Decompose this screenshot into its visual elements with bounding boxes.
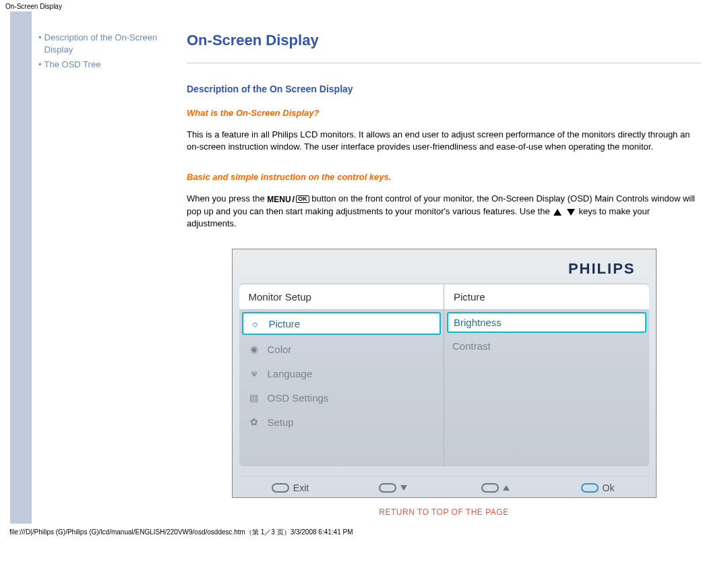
- osd-menu-label: OSD Settings: [268, 392, 329, 404]
- arrow-down-icon: [567, 209, 575, 216]
- brightness-icon: ☼: [249, 317, 262, 330]
- paragraph-2: When you press the MENU / OK button on t…: [187, 193, 701, 230]
- osd-right-column: Picture BrightnessContrast: [444, 284, 649, 466]
- oval-icon: [272, 483, 289, 493]
- osd-exit-label: Exit: [293, 482, 309, 493]
- osd-exit-button[interactable]: Exit: [239, 482, 342, 493]
- footer-file-path: file:///D|/Philips (G)/Philips (G)/lcd/m…: [0, 524, 728, 541]
- divider: [187, 63, 701, 63]
- arrow-up-icon: [553, 209, 562, 216]
- language-icon: ᴪ: [247, 367, 261, 380]
- osd-submenu-item[interactable]: Contrast: [444, 335, 649, 357]
- osd-menu-item[interactable]: ☼Picture: [242, 312, 442, 335]
- osd-ok-label: Ok: [603, 482, 615, 493]
- osd-footer: Exit Ok: [239, 476, 649, 493]
- osd-menu-item[interactable]: ✿Setup: [239, 410, 444, 434]
- osd-screenshot: PHILIPS Monitor Setup ☼Picture◉ColorᴪLan…: [232, 249, 657, 498]
- philips-logo: PHILIPS: [239, 256, 649, 283]
- sub-heading-2: Basic and simple instruction on the cont…: [187, 172, 701, 182]
- osd-submenu-item[interactable]: Brightness: [447, 312, 646, 333]
- osd-submenu-label: Brightness: [454, 317, 502, 328]
- osd-right-header: Picture: [444, 284, 649, 310]
- osd-left-header: Monitor Setup: [239, 284, 444, 310]
- triangle-down-icon: [400, 485, 407, 491]
- sidebar: • Description of the On-Screen Display •…: [32, 11, 187, 524]
- sub-heading-1: What is the On-Screen Display?: [187, 108, 701, 118]
- osd-submenu-label: Contrast: [452, 340, 491, 352]
- osd-left-column: Monitor Setup ☼Picture◉ColorᴪLanguage▤OS…: [239, 284, 445, 466]
- osd-menu-label: Color: [268, 344, 292, 355]
- color-icon: ◉: [247, 342, 261, 356]
- sidebar-link[interactable]: Description of the On-Screen Display: [44, 32, 180, 56]
- return-link[interactable]: RETURN TO TOP OF THE PAGE: [379, 507, 508, 517]
- osd-menu-label: Language: [268, 368, 313, 379]
- menu-ok-glyph: MENU / OK: [267, 193, 309, 206]
- oval-icon: [379, 483, 396, 493]
- paragraph-1: This is a feature in all Philips LCD mon…: [187, 129, 701, 153]
- osd-up-button[interactable]: [444, 483, 547, 493]
- osd-settings-icon: ▤: [247, 391, 261, 404]
- osd-menu-label: Picture: [269, 318, 301, 330]
- oval-icon: [481, 483, 499, 493]
- osd-ok-button[interactable]: Ok: [547, 482, 649, 493]
- osd-menu-item[interactable]: ▤OSD Settings: [239, 385, 444, 410]
- oval-icon: [581, 483, 599, 493]
- sidebar-link[interactable]: The OSD Tree: [44, 59, 101, 71]
- page-top-label: On-Screen Display: [0, 0, 728, 11]
- triangle-up-icon: [503, 485, 510, 491]
- left-accent-stripe: [10, 11, 32, 524]
- p2-part-a: When you press the: [187, 193, 267, 204]
- setup-icon: ✿: [247, 415, 261, 429]
- sidebar-item-description[interactable]: • Description of the On-Screen Display: [38, 32, 180, 56]
- section-heading: Description of the On Screen Display: [187, 84, 701, 94]
- sidebar-item-osd-tree[interactable]: • The OSD Tree: [38, 59, 180, 71]
- osd-down-button[interactable]: [342, 483, 444, 493]
- page-title: On-Screen Display: [187, 32, 701, 49]
- return-to-top[interactable]: RETURN TO TOP OF THE PAGE: [187, 507, 701, 517]
- ok-icon: OK: [296, 195, 309, 203]
- osd-menu-label: Setup: [268, 416, 294, 428]
- main-content: On-Screen Display Description of the On …: [187, 11, 728, 524]
- menu-label: MENU: [267, 194, 291, 206]
- osd-menu-item[interactable]: ◉Color: [239, 337, 444, 361]
- osd-menu-item[interactable]: ᴪLanguage: [239, 361, 444, 385]
